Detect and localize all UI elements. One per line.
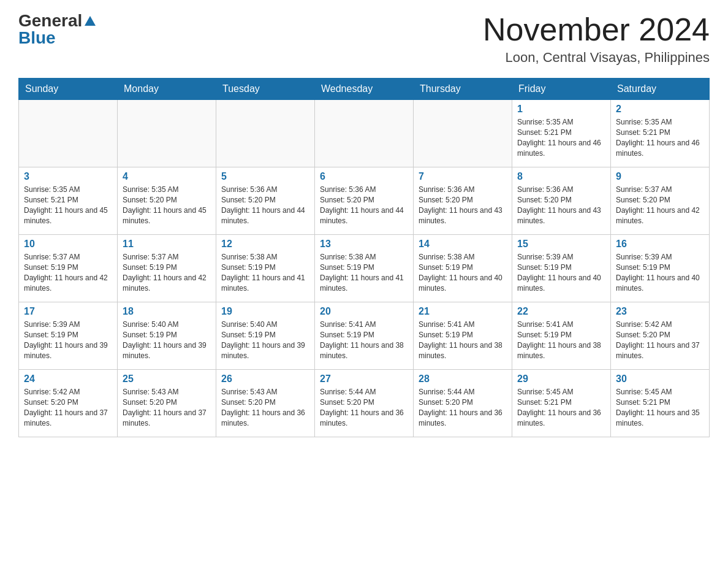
calendar-cell: 15Sunrise: 5:39 AMSunset: 5:19 PMDayligh…: [512, 235, 611, 302]
calendar-cell: 5Sunrise: 5:36 AMSunset: 5:20 PMDaylight…: [216, 167, 315, 235]
day-number: 16: [616, 239, 704, 250]
day-info: Sunrise: 5:35 AMSunset: 5:21 PMDaylight:…: [616, 117, 704, 158]
day-info: Sunrise: 5:39 AMSunset: 5:19 PMDaylight:…: [517, 252, 605, 293]
day-info: Sunrise: 5:41 AMSunset: 5:19 PMDaylight:…: [320, 320, 408, 361]
day-info: Sunrise: 5:36 AMSunset: 5:20 PMDaylight:…: [320, 185, 408, 226]
day-number: 25: [123, 373, 211, 385]
calendar-cell: [414, 100, 512, 167]
calendar-cell: 4Sunrise: 5:35 AMSunset: 5:20 PMDaylight…: [118, 167, 216, 235]
day-number: 29: [517, 373, 605, 385]
day-number: 19: [221, 306, 309, 317]
calendar-cell: [315, 100, 414, 167]
calendar-cell: 16Sunrise: 5:39 AMSunset: 5:19 PMDayligh…: [611, 235, 710, 302]
weekday-header-thursday: Thursday: [414, 79, 512, 100]
day-number: 27: [320, 373, 408, 385]
calendar-cell: 27Sunrise: 5:44 AMSunset: 5:20 PMDayligh…: [315, 370, 414, 437]
day-number: 28: [419, 373, 507, 385]
calendar-cell: [216, 100, 315, 167]
day-info: Sunrise: 5:42 AMSunset: 5:20 PMDaylight:…: [24, 387, 112, 428]
day-info: Sunrise: 5:40 AMSunset: 5:19 PMDaylight:…: [123, 320, 211, 361]
calendar-cell: [118, 100, 216, 167]
day-number: 7: [419, 171, 507, 182]
location-text: Loon, Central Visayas, Philippines: [483, 50, 710, 66]
calendar-cell: 10Sunrise: 5:37 AMSunset: 5:19 PMDayligh…: [19, 235, 118, 302]
calendar-cell: 19Sunrise: 5:40 AMSunset: 5:19 PMDayligh…: [216, 302, 315, 370]
day-info: Sunrise: 5:41 AMSunset: 5:19 PMDaylight:…: [419, 320, 507, 361]
day-info: Sunrise: 5:44 AMSunset: 5:20 PMDaylight:…: [419, 387, 507, 428]
weekday-header-monday: Monday: [118, 79, 216, 100]
calendar-week-4: 17Sunrise: 5:39 AMSunset: 5:19 PMDayligh…: [19, 302, 710, 370]
day-info: Sunrise: 5:43 AMSunset: 5:20 PMDaylight:…: [221, 387, 309, 428]
title-section: November 2024 Loon, Central Visayas, Phi…: [483, 12, 710, 66]
day-info: Sunrise: 5:39 AMSunset: 5:19 PMDaylight:…: [616, 252, 704, 293]
weekday-header-wednesday: Wednesday: [315, 79, 414, 100]
calendar-week-5: 24Sunrise: 5:42 AMSunset: 5:20 PMDayligh…: [19, 370, 710, 437]
day-info: Sunrise: 5:38 AMSunset: 5:19 PMDaylight:…: [320, 252, 408, 293]
calendar-cell: [19, 100, 118, 167]
day-number: 3: [24, 171, 112, 182]
logo: General Blue: [18, 12, 96, 47]
calendar-cell: 3Sunrise: 5:35 AMSunset: 5:21 PMDaylight…: [19, 167, 118, 235]
calendar-cell: 1Sunrise: 5:35 AMSunset: 5:21 PMDaylight…: [512, 100, 611, 167]
calendar-body: 1Sunrise: 5:35 AMSunset: 5:21 PMDaylight…: [19, 100, 710, 437]
calendar-cell: 24Sunrise: 5:42 AMSunset: 5:20 PMDayligh…: [19, 370, 118, 437]
day-info: Sunrise: 5:45 AMSunset: 5:21 PMDaylight:…: [616, 387, 704, 428]
weekday-header-friday: Friday: [512, 79, 611, 100]
calendar-cell: 8Sunrise: 5:36 AMSunset: 5:20 PMDaylight…: [512, 167, 611, 235]
day-info: Sunrise: 5:36 AMSunset: 5:20 PMDaylight:…: [419, 185, 507, 226]
day-number: 17: [24, 306, 112, 317]
logo-blue-text: Blue: [18, 29, 56, 47]
day-info: Sunrise: 5:37 AMSunset: 5:20 PMDaylight:…: [616, 185, 704, 226]
calendar-cell: 25Sunrise: 5:43 AMSunset: 5:20 PMDayligh…: [118, 370, 216, 437]
weekday-header-sunday: Sunday: [19, 79, 118, 100]
calendar-cell: 29Sunrise: 5:45 AMSunset: 5:21 PMDayligh…: [512, 370, 611, 437]
day-number: 26: [221, 373, 309, 385]
day-info: Sunrise: 5:38 AMSunset: 5:19 PMDaylight:…: [221, 252, 309, 293]
calendar-cell: 12Sunrise: 5:38 AMSunset: 5:19 PMDayligh…: [216, 235, 315, 302]
weekday-header-tuesday: Tuesday: [216, 79, 315, 100]
day-info: Sunrise: 5:40 AMSunset: 5:19 PMDaylight:…: [221, 320, 309, 361]
calendar-cell: 20Sunrise: 5:41 AMSunset: 5:19 PMDayligh…: [315, 302, 414, 370]
day-number: 11: [123, 239, 211, 250]
day-number: 10: [24, 239, 112, 250]
day-number: 12: [221, 239, 309, 250]
calendar-cell: 22Sunrise: 5:41 AMSunset: 5:19 PMDayligh…: [512, 302, 611, 370]
day-number: 22: [517, 306, 605, 317]
calendar-cell: 18Sunrise: 5:40 AMSunset: 5:19 PMDayligh…: [118, 302, 216, 370]
day-info: Sunrise: 5:35 AMSunset: 5:21 PMDaylight:…: [517, 117, 605, 158]
calendar-week-2: 3Sunrise: 5:35 AMSunset: 5:21 PMDaylight…: [19, 167, 710, 235]
calendar-cell: 28Sunrise: 5:44 AMSunset: 5:20 PMDayligh…: [414, 370, 512, 437]
day-number: 30: [616, 373, 704, 385]
page-header: General Blue November 2024 Loon, Central…: [18, 12, 710, 66]
day-number: 8: [517, 171, 605, 182]
calendar-cell: 7Sunrise: 5:36 AMSunset: 5:20 PMDaylight…: [414, 167, 512, 235]
day-info: Sunrise: 5:42 AMSunset: 5:20 PMDaylight:…: [616, 320, 704, 361]
day-number: 6: [320, 171, 408, 182]
calendar-week-1: 1Sunrise: 5:35 AMSunset: 5:21 PMDaylight…: [19, 100, 710, 167]
day-info: Sunrise: 5:36 AMSunset: 5:20 PMDaylight:…: [517, 185, 605, 226]
day-number: 23: [616, 306, 704, 317]
calendar-cell: 9Sunrise: 5:37 AMSunset: 5:20 PMDaylight…: [611, 167, 710, 235]
day-number: 4: [123, 171, 211, 182]
calendar-header-row: SundayMondayTuesdayWednesdayThursdayFrid…: [19, 79, 710, 100]
day-number: 2: [616, 104, 704, 115]
day-number: 15: [517, 239, 605, 250]
weekday-header-saturday: Saturday: [611, 79, 710, 100]
day-number: 21: [419, 306, 507, 317]
calendar-cell: 23Sunrise: 5:42 AMSunset: 5:20 PMDayligh…: [611, 302, 710, 370]
day-info: Sunrise: 5:37 AMSunset: 5:19 PMDaylight:…: [123, 252, 211, 293]
calendar-cell: 30Sunrise: 5:45 AMSunset: 5:21 PMDayligh…: [611, 370, 710, 437]
day-info: Sunrise: 5:43 AMSunset: 5:20 PMDaylight:…: [123, 387, 211, 428]
day-info: Sunrise: 5:41 AMSunset: 5:19 PMDaylight:…: [517, 320, 605, 361]
day-number: 1: [517, 104, 605, 115]
day-info: Sunrise: 5:45 AMSunset: 5:21 PMDaylight:…: [517, 387, 605, 428]
day-number: 24: [24, 373, 112, 385]
day-info: Sunrise: 5:39 AMSunset: 5:19 PMDaylight:…: [24, 320, 112, 361]
day-info: Sunrise: 5:35 AMSunset: 5:20 PMDaylight:…: [123, 185, 211, 226]
calendar-cell: 26Sunrise: 5:43 AMSunset: 5:20 PMDayligh…: [216, 370, 315, 437]
calendar-cell: 14Sunrise: 5:38 AMSunset: 5:19 PMDayligh…: [414, 235, 512, 302]
day-number: 20: [320, 306, 408, 317]
calendar-cell: 6Sunrise: 5:36 AMSunset: 5:20 PMDaylight…: [315, 167, 414, 235]
calendar-table: SundayMondayTuesdayWednesdayThursdayFrid…: [18, 78, 710, 437]
day-number: 14: [419, 239, 507, 250]
